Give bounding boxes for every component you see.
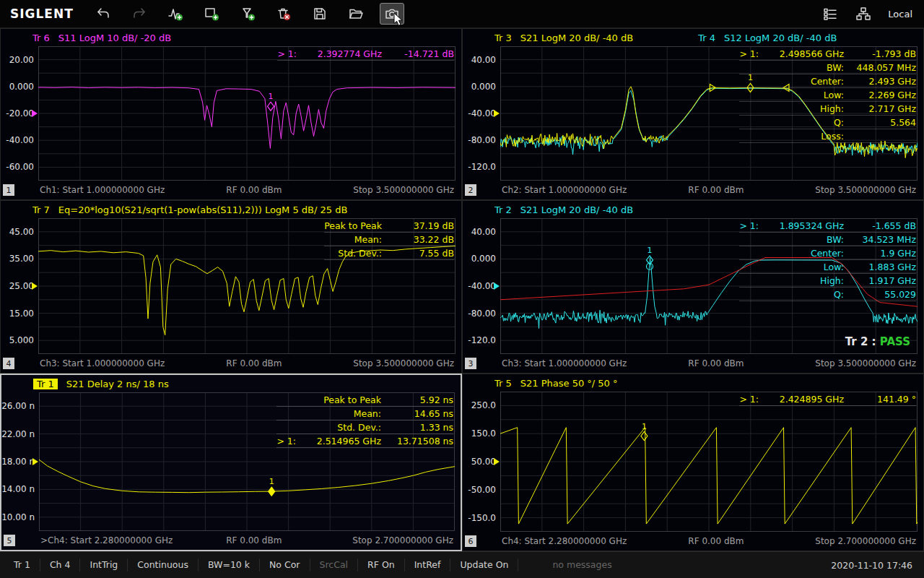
window-number-badge[interactable]: 1	[3, 184, 14, 196]
limit-test-status: PASS	[880, 335, 910, 348]
panel-2[interactable]: Tr 3S21 LogM 20 dB/ -40 dBTr 4S12 LogM 2…	[462, 28, 924, 200]
panel-6[interactable]: Tr 5S21 Phase 50 °/ 50 °1250.0150.050.00…	[462, 374, 924, 551]
trace-format-label: S21 Delay 2 ns/ 18 ns	[66, 379, 169, 389]
save-button[interactable]	[308, 3, 332, 25]
status-item-ch-4[interactable]: Ch 4	[40, 558, 81, 571]
panel-1[interactable]: Tr 6S11 LogM 10 dB/ -20 dB120.000.000-20…	[0, 28, 462, 200]
delete-button[interactable]	[271, 3, 296, 25]
trace-name: Tr 4	[698, 33, 715, 43]
stat-row: Q:5.564	[739, 116, 916, 129]
redo-button[interactable]	[127, 3, 152, 25]
panel-3[interactable]: Tr 2S21 LogM 20 dB/ -40 dB140.000.000-40…	[462, 200, 924, 374]
save-icon	[312, 6, 328, 22]
plot-area[interactable]: 126.00 n22.00 n18.00 n14.00 n10.00 nPeak…	[39, 392, 455, 531]
rf-power-label: RF 0.00 dBm	[688, 185, 744, 195]
channel-stop-label: Stop 2.700000000 GHz	[815, 536, 916, 546]
trace-name: Tr 3	[494, 33, 512, 43]
reference-level-arrow	[32, 282, 38, 290]
delete-icon	[276, 6, 292, 22]
add-marker-button[interactable]	[235, 3, 260, 25]
readout-frequency: 2.498566 GHz	[759, 48, 844, 59]
stat-row: Center:1.9 GHz	[739, 246, 916, 260]
stat-row: Std. Dev.:7.55 dB	[324, 246, 454, 260]
status-item-srccal[interactable]: SrcCal	[310, 558, 359, 571]
plot-area[interactable]: 140.000.000-40.00-80.00-120.0> 1:1.89532…	[500, 218, 918, 354]
status-item-inttrig[interactable]: IntTrig	[80, 558, 128, 571]
local-label[interactable]: Local	[888, 9, 912, 20]
trace-format-label: S21 LogM 20 dB/ -40 dB	[520, 204, 633, 215]
lan-status-button[interactable]	[853, 3, 873, 25]
panel-5[interactable]: Tr 1S21 Delay 2 ns/ 18 ns126.00 n22.00 n…	[0, 374, 462, 551]
readout-block: > 1:2.498566 GHz-1.793 dBBW:448.057 MHzC…	[739, 47, 916, 143]
window-number-badge[interactable]: 6	[465, 535, 476, 547]
plot-area[interactable]: 1250.0150.050.00-50.00-150.0> 1:2.424895…	[500, 392, 918, 532]
add-marker-icon	[240, 6, 256, 22]
panel-header: Tr 5S21 Phase 50 °/ 50 °	[494, 374, 919, 392]
panel-footer: 4Ch3: Start 1.000000000 GHzRF 0.00 dBmSt…	[1, 354, 461, 373]
panel-header: Tr 6S11 LogM 10 dB/ -20 dB	[32, 29, 457, 46]
stat-row: Low:1.883 GHz	[739, 260, 916, 274]
y-axis-label: 35.00	[9, 254, 38, 264]
y-axis-label: 0.000	[471, 82, 500, 92]
status-item-no-messages[interactable]: no messages	[543, 558, 621, 571]
trace-name: Tr 1	[33, 379, 58, 389]
hardcopy-setup-icon	[822, 6, 838, 22]
marker-readout-row: > 1:1.895324 GHz-1.655 dB	[739, 219, 916, 233]
reference-level-arrow	[32, 458, 38, 465]
channel-start-label: Ch1: Start 1.000000000 GHz	[40, 185, 165, 195]
status-item-tr-1[interactable]: Tr 1	[4, 558, 40, 571]
plot-area[interactable]: 45.0035.0025.0015.005.000Peak to Peak37.…	[38, 218, 456, 354]
window-number-badge[interactable]: 5	[4, 535, 15, 546]
window-number-badge[interactable]: 3	[465, 358, 476, 369]
window-number-badge[interactable]: 4	[3, 358, 14, 369]
channel-stop-label: Stop 3.500000000 GHz	[815, 185, 916, 195]
y-axis-label: 0.000	[471, 254, 500, 264]
svg-text:1: 1	[269, 477, 274, 486]
window-number-badge[interactable]: 2	[465, 184, 476, 196]
plot-area[interactable]: 120.000.000-20.00-40.00-60.00> 1:2.39277…	[38, 46, 456, 181]
readout-block: > 1:2.392774 GHz-14.721 dB	[277, 47, 454, 61]
add-window-button[interactable]	[199, 3, 224, 25]
open-button[interactable]	[344, 3, 368, 25]
datetime-label: 2020-11-10 17:46	[831, 560, 912, 571]
readout-value: 5.92 ns	[381, 394, 453, 405]
panel-header: Tr 2S21 LogM 20 dB/ -40 dB	[494, 201, 919, 218]
trace-canvas: 1	[38, 46, 456, 181]
panel-header: Tr 1S21 Delay 2 ns/ 18 ns	[33, 375, 456, 392]
panel-header: Tr 3S21 LogM 20 dB/ -40 dBTr 4S12 LogM 2…	[494, 29, 919, 46]
readout-block: > 1:2.424895 GHz141.49 °	[739, 392, 916, 406]
readout-value: 13.71508 ns	[381, 436, 453, 447]
rf-power-label: RF 0.00 dBm	[226, 358, 282, 368]
readout-label: Q:	[834, 117, 844, 128]
status-item-no-cor[interactable]: No Cor	[260, 558, 310, 571]
status-item-intref[interactable]: IntRef	[405, 558, 451, 571]
trace-format-label: S11 LogM 10 dB/ -20 dB	[58, 33, 171, 43]
status-item-rf-on[interactable]: RF On	[358, 558, 405, 571]
readout-block: Peak to Peak5.92 nsMean:14.65 nsStd. Dev…	[276, 393, 453, 448]
panel-footer: 1Ch1: Start 1.000000000 GHzRF 0.00 dBmSt…	[1, 181, 461, 199]
panel-footer: 3Ch3: Start 1.000000000 GHzRF 0.00 dBmSt…	[463, 354, 923, 373]
readout-value: 2.269 GHz	[844, 90, 916, 100]
readout-value: 1.883 GHz	[844, 262, 916, 272]
status-item-bw-10-k[interactable]: BW=10 k	[199, 558, 260, 571]
trace-format-label: S21 LogM 20 dB/ -40 dB	[520, 33, 633, 43]
add-trace-button[interactable]	[163, 3, 188, 25]
hardcopy-setup-button[interactable]	[820, 3, 840, 25]
status-item-continuous[interactable]: Continuous	[128, 558, 199, 571]
undo-button[interactable]	[91, 3, 116, 25]
readout-label: High:	[820, 275, 844, 286]
status-item-update-on[interactable]: Update On	[450, 558, 518, 571]
marker-readout-row: > 1:2.514965 GHz13.71508 ns	[276, 434, 453, 448]
stat-row: BW:34.523 MHz	[739, 233, 916, 246]
plot-area[interactable]: 140.000.000-40.00-80.00-120.0> 1:2.49856…	[500, 46, 918, 181]
stat-row: Peak to Peak37.19 dB	[324, 219, 454, 233]
y-axis-label: -40.00	[6, 135, 38, 145]
y-axis-label: 26.00 n	[1, 401, 39, 411]
panel-4[interactable]: Tr 7Eq=20*log10(S21/sqrt(1-pow(abs(S11),…	[0, 200, 462, 374]
y-axis-label: 0.000	[9, 82, 38, 92]
readout-value: 5.564	[844, 117, 916, 128]
readout-value: -14.721 dB	[382, 48, 454, 59]
y-axis-label: 14.00 n	[1, 484, 39, 494]
readout-frequency: 1.895324 GHz	[759, 220, 844, 231]
readout-value: 2.717 GHz	[844, 103, 916, 114]
